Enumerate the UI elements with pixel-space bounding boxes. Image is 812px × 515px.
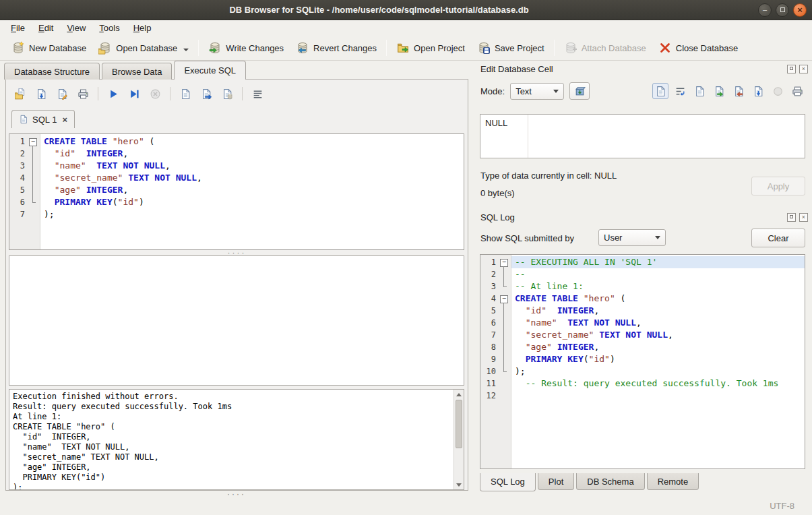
- sql-editor[interactable]: 1234567 CREATE TABLE "hero" ( "id" INTEG…: [9, 133, 464, 250]
- splitter-handle[interactable]: ····: [6, 251, 468, 255]
- line-number: 6: [480, 318, 498, 328]
- format-sql-button[interactable]: [249, 86, 266, 102]
- scrollbar-thumb[interactable]: [456, 400, 462, 448]
- fold-guide: [498, 353, 509, 365]
- save-project-icon: [477, 41, 491, 55]
- write-changes-button[interactable]: Write Changes: [202, 38, 290, 57]
- filter-value: User: [604, 233, 622, 243]
- open-project-button[interactable]: Open Project: [390, 38, 471, 57]
- menu-file[interactable]: File: [4, 22, 32, 34]
- close-button[interactable]: ×: [793, 3, 807, 17]
- sql1-tab[interactable]: SQL 1 ×: [11, 110, 75, 128]
- save-results-button[interactable]: [197, 86, 215, 102]
- gutter-line: 6: [480, 317, 511, 329]
- gutter-line: 3: [480, 280, 511, 293]
- export-sql-button[interactable]: [177, 86, 194, 102]
- text-mode-button[interactable]: [652, 83, 668, 99]
- toolbar-separator: [242, 87, 243, 100]
- scroll-up-icon[interactable]: [454, 390, 464, 399]
- tab-database-structure[interactable]: Database Structure: [4, 63, 100, 80]
- minimize-button[interactable]: –: [758, 3, 772, 17]
- tab-remote[interactable]: Remote: [647, 473, 699, 490]
- open-sql-file-button[interactable]: [11, 86, 29, 102]
- fold-marker-icon[interactable]: [498, 293, 509, 305]
- sql-file-tab-bar: SQL 1 ×: [11, 109, 75, 128]
- fold-guide: [498, 305, 509, 317]
- print-sql-button[interactable]: [74, 86, 92, 102]
- apply-button[interactable]: Apply: [751, 177, 805, 195]
- export-data-file-button[interactable]: [730, 83, 747, 99]
- tab-plot[interactable]: Plot: [538, 473, 574, 490]
- execute-current-line-button[interactable]: [125, 86, 143, 102]
- save-sql-file-button[interactable]: [32, 86, 50, 102]
- menu-edit[interactable]: Edit: [32, 22, 60, 34]
- import-data-file-button[interactable]: [711, 83, 727, 99]
- sql1-tab-label: SQL 1: [32, 115, 57, 125]
- fold-guide: [27, 172, 38, 184]
- code-line: PRIMARY KEY("id"): [511, 353, 805, 365]
- code-line: "id" INTEGER,: [511, 305, 805, 317]
- export-sql-icon: [180, 88, 191, 100]
- open-data-file-button[interactable]: [691, 83, 708, 99]
- scroll-down-icon[interactable]: [454, 480, 464, 489]
- execution-log-scrollbar[interactable]: [454, 390, 464, 489]
- code-line: "age" INTEGER,: [511, 341, 805, 353]
- gutter-line: 1: [9, 135, 40, 148]
- toolbar-separator: [386, 40, 387, 56]
- open-database-dropdown-icon[interactable]: [183, 49, 189, 51]
- code-line: );: [511, 365, 805, 377]
- set-null-icon: [772, 86, 784, 97]
- maximize-button[interactable]: [776, 3, 789, 17]
- tab-browse-data[interactable]: Browse Data: [102, 63, 172, 80]
- new-database-button[interactable]: New Database: [5, 38, 92, 57]
- line-number: 5: [480, 306, 498, 315]
- fold-marker-icon[interactable]: [27, 135, 38, 148]
- sql-log-header: SQL Log ×: [480, 211, 808, 223]
- print-cell-button[interactable]: [789, 83, 805, 99]
- sql-log-viewer[interactable]: 123456789101112 -- EXECUTING ALL IN 'SQL…: [480, 254, 805, 469]
- execution-log-text[interactable]: Execution finished without errors. Resul…: [9, 390, 464, 490]
- format-sql-icon: [252, 88, 263, 100]
- import-sql-button[interactable]: [218, 86, 236, 102]
- clear-button[interactable]: Clear: [751, 229, 805, 247]
- fold-marker-icon[interactable]: [498, 256, 509, 268]
- gutter-line: 7: [480, 329, 511, 341]
- tab-db-schema[interactable]: DB Schema: [576, 473, 644, 490]
- tab-sql-log[interactable]: SQL Log: [480, 473, 536, 491]
- code-line: "name" TEXT NOT NULL,: [40, 160, 464, 172]
- save-sql-file-as-button[interactable]: [53, 86, 71, 102]
- import-data-button[interactable]: [569, 82, 590, 100]
- close-panel-icon[interactable]: ×: [799, 65, 808, 73]
- attach-database-icon: [564, 41, 577, 55]
- tab-execute-sql[interactable]: Execute SQL: [174, 61, 246, 80]
- fold-guide: [498, 329, 509, 341]
- line-number: 1: [9, 137, 27, 146]
- gutter-line: 10: [480, 365, 511, 377]
- word-wrap-button[interactable]: [672, 83, 688, 99]
- close-database-button[interactable]: Close Database: [652, 38, 745, 57]
- menu-view[interactable]: View: [60, 22, 92, 34]
- close-tab-icon[interactable]: ×: [62, 115, 67, 125]
- mode-select[interactable]: Text: [510, 83, 564, 100]
- open-database-button[interactable]: Open Database: [92, 38, 195, 57]
- edit-cell-title: Edit Database Cell: [480, 64, 787, 74]
- float-panel-icon[interactable]: [787, 65, 796, 73]
- code-line: -- EXECUTING ALL IN 'SQL 1': [511, 256, 805, 268]
- code-area[interactable]: -- EXECUTING ALL IN 'SQL 1'---- At line …: [511, 255, 805, 468]
- cell-editor[interactable]: NULL: [480, 114, 805, 158]
- float-panel-icon[interactable]: [787, 213, 796, 222]
- gutter-line: 8: [480, 341, 511, 353]
- menu-help[interactable]: Help: [127, 22, 158, 34]
- line-number: 7: [480, 330, 498, 340]
- save-data-button[interactable]: [750, 83, 766, 99]
- open-sql-file-icon: [15, 88, 26, 100]
- save-project-button[interactable]: Save Project: [471, 38, 551, 57]
- close-panel-icon[interactable]: ×: [799, 213, 808, 222]
- execute-all-button[interactable]: [104, 86, 122, 102]
- cell-mode-row: Mode: Text: [480, 81, 805, 101]
- code-area[interactable]: CREATE TABLE "hero" ( "id" INTEGER, "nam…: [40, 134, 464, 249]
- revert-changes-button[interactable]: Revert Changes: [290, 38, 383, 57]
- menu-tools[interactable]: Tools: [92, 22, 126, 34]
- left-pane: Database Structure Browse Data Execute S…: [0, 61, 473, 496]
- log-filter-select[interactable]: User: [598, 229, 666, 246]
